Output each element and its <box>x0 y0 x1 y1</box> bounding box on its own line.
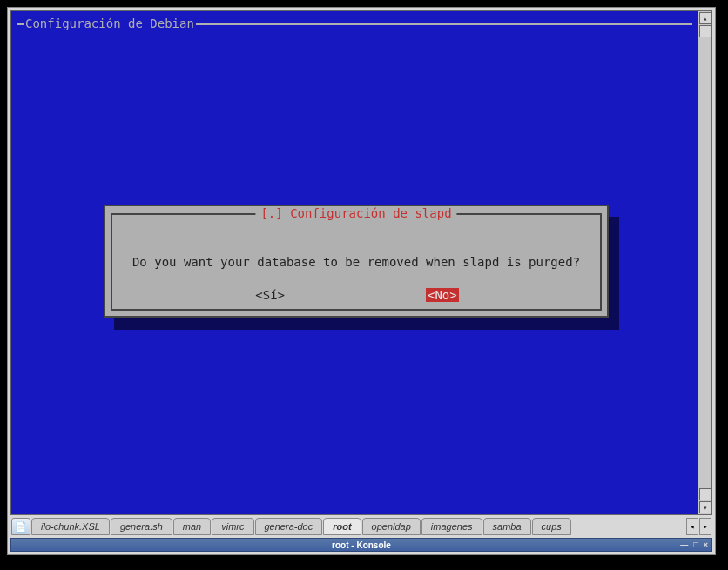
window-title: root - Konsole <box>332 540 391 550</box>
scroll-up-icon[interactable]: ▴ <box>699 12 711 24</box>
dialog-button-row: <Sí> <No> <box>105 288 607 302</box>
scroll-thumb[interactable] <box>699 25 711 37</box>
tab-scroll-left-icon[interactable]: ◂ <box>686 518 698 535</box>
tab-imagenes[interactable]: imagenes <box>421 518 482 535</box>
konsole-window: Configuración de Debian [.] Configuració… <box>7 7 716 555</box>
tab-man[interactable]: man <box>173 518 211 535</box>
tab-scroll-right-icon[interactable]: ▸ <box>699 518 711 535</box>
vertical-scrollbar[interactable]: ▴ ▾ <box>698 11 711 514</box>
tab-root[interactable]: root <box>323 518 361 535</box>
dialog-question: Do you want your database to be removed … <box>105 255 607 269</box>
tab-vimrc[interactable]: vimrc <box>212 518 253 535</box>
tab-cups[interactable]: cups <box>532 518 571 535</box>
close-icon[interactable]: × <box>704 540 708 549</box>
tab-ilo-chunk-xsl[interactable]: ilo-chunk.XSL <box>31 518 110 535</box>
tab-bar: 📄 ilo-chunk.XSLgenera.shmanvimrcgenera-d… <box>10 516 712 537</box>
scroll-thumb[interactable] <box>699 488 711 500</box>
yes-button[interactable]: <Sí> <box>253 288 286 302</box>
no-button[interactable]: <No> <box>426 288 459 302</box>
dialog-title: [.] Configuración de slapd <box>255 206 456 220</box>
slapd-config-dialog: [.] Configuración de slapd Do you want y… <box>104 205 609 318</box>
terminal-viewport: Configuración de Debian [.] Configuració… <box>10 10 712 515</box>
maximize-icon[interactable]: □ <box>693 540 698 549</box>
minimize-icon[interactable]: — <box>680 540 688 549</box>
tab-samba[interactable]: samba <box>483 518 531 535</box>
scroll-down-icon[interactable]: ▾ <box>699 501 711 513</box>
tab-openldap[interactable]: openldap <box>362 518 421 535</box>
tab-genera-doc[interactable]: genera-doc <box>255 518 323 535</box>
debconf-frame-title: Configuración de Debian <box>24 17 196 30</box>
window-controls: — □ × <box>680 540 708 549</box>
tab-genera-sh[interactable]: genera.sh <box>111 518 172 535</box>
new-tab-icon[interactable]: 📄 <box>11 518 30 535</box>
window-titlebar: root - Konsole — □ × <box>10 538 712 552</box>
